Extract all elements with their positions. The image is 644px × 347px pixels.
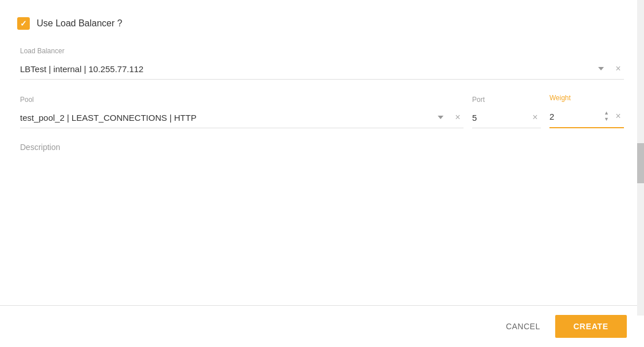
lb-select-value: LBTest | internal | 10.255.77.112: [20, 64, 595, 74]
pool-select-value: test_pool_2 | LEAST_CONNECTIONS | HTTP: [20, 113, 435, 123]
weight-input[interactable]: [549, 112, 603, 121]
description-label: Description: [20, 143, 624, 152]
use-lb-row: ✓ Use Load Balancer ?: [17, 17, 627, 30]
port-field-wrapper: Port ×: [472, 96, 541, 128]
lb-select-field[interactable]: LBTest | internal | 10.255.77.112 ×: [20, 58, 624, 80]
weight-decrement-button[interactable]: ▼: [603, 116, 610, 123]
pool-clear-icon[interactable]: ×: [452, 112, 464, 123]
weight-spinner: ▲ ▼: [603, 110, 610, 123]
lb-select-icons: ×: [595, 63, 624, 74]
lb-chevron-down-icon[interactable]: [595, 63, 607, 74]
scrollbar-thumb[interactable]: [637, 143, 644, 183]
create-button[interactable]: CREATE: [555, 315, 627, 338]
port-clear-icon[interactable]: ×: [529, 112, 541, 123]
pool-row-section: Pool test_pool_2 | LEAST_CONNECTIONS | H…: [17, 94, 627, 128]
dialog: ✓ Use Load Balancer ? Load Balancer LBTe…: [0, 0, 644, 347]
dialog-content: ✓ Use Load Balancer ? Load Balancer LBTe…: [0, 0, 644, 305]
weight-input-row: ▲ ▼ ×: [549, 105, 624, 128]
description-section: Description: [17, 143, 627, 183]
lb-section: Load Balancer LBTest | internal | 10.255…: [17, 47, 627, 80]
lb-clear-icon[interactable]: ×: [612, 63, 624, 74]
port-input-row: ×: [472, 107, 541, 128]
pool-select-field[interactable]: test_pool_2 | LEAST_CONNECTIONS | HTTP ×: [20, 107, 464, 128]
weight-field-label: Weight: [549, 94, 624, 102]
use-lb-label: Use Load Balancer ?: [37, 18, 122, 29]
pool-field-label: Pool: [20, 96, 464, 104]
use-lb-checkbox[interactable]: ✓: [17, 17, 30, 30]
pool-chevron-down-icon[interactable]: [435, 112, 446, 123]
checkmark-icon: ✓: [20, 19, 27, 27]
dialog-footer: CANCEL CREATE: [0, 306, 644, 347]
description-input[interactable]: [20, 157, 624, 180]
weight-increment-button[interactable]: ▲: [603, 110, 610, 116]
weight-field-wrapper: Weight ▲ ▼ ×: [549, 94, 624, 128]
pool-select-icons: ×: [435, 112, 464, 123]
scrollbar-track[interactable]: [637, 0, 644, 316]
weight-clear-icon[interactable]: ×: [612, 111, 624, 122]
lb-field-label: Load Balancer: [20, 47, 624, 55]
port-input[interactable]: [472, 113, 529, 123]
pool-field-wrapper: Pool test_pool_2 | LEAST_CONNECTIONS | H…: [20, 96, 464, 128]
port-field-label: Port: [472, 96, 541, 104]
cancel-button[interactable]: CANCEL: [497, 316, 549, 337]
